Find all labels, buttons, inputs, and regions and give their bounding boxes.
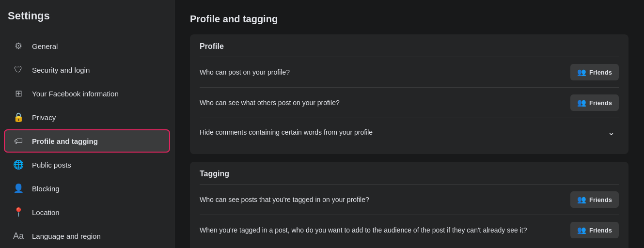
setting-row-see-tagged-posts: Who can see posts that you're tagged in … [200,184,619,215]
sidebar-item-security[interactable]: 🛡Security and login [4,58,170,81]
setting-label-see-tagged-posts: Who can see posts that you're tagged in … [200,196,570,203]
page-title: Profile and tagging [190,14,628,25]
setting-value-see-others-post: Friends [589,99,612,107]
friends-icon: 👥 [577,195,586,204]
sidebar-item-label: Public posts [32,161,71,169]
sidebar-title: Settings [0,10,174,30]
setting-button-post-on-profile[interactable]: 👥Friends [570,64,619,80]
public-posts-icon: 🌐 [12,158,25,171]
sidebar-item-general[interactable]: ⚙General [4,34,170,58]
sidebar-item-location[interactable]: 📍Location [4,201,170,224]
sidebar: Settings ⚙General🛡Security and login⊞You… [0,0,174,248]
sidebar-item-label: Language and region [32,232,101,240]
setting-label-tagged-audience: When you're tagged in a post, who do you… [200,226,570,234]
security-icon: 🛡 [12,63,25,77]
friends-icon: 👥 [577,68,586,77]
section-header-profile: Profile [200,42,619,51]
blocking-icon: 👤 [12,182,25,195]
sidebar-item-public-posts[interactable]: 🌐Public posts [4,153,170,176]
setting-value-see-tagged-posts: Friends [589,196,612,203]
sidebar-item-label: Security and login [32,66,90,74]
expand-button-hide-comments[interactable]: ⌄ [604,125,619,140]
location-icon: 📍 [12,205,25,219]
sidebar-item-profile-tagging[interactable]: 🏷Profile and tagging [4,129,170,153]
setting-label-hide-comments: Hide comments containing certain words f… [200,128,604,136]
main-content: Profile and tagging ProfileWho can post … [174,0,644,248]
language-icon: Aa [12,229,25,243]
sidebar-item-label: Privacy [32,113,56,122]
setting-button-tagged-audience[interactable]: 👥Friends [570,222,619,238]
section-tagging: TaggingWho can see posts that you're tag… [190,162,628,248]
sidebar-item-language[interactable]: AaLanguage and region [4,224,170,248]
privacy-icon: 🔒 [12,110,25,124]
section-header-tagging: Tagging [200,170,619,178]
section-profile: ProfileWho can post on your profile?👥Fri… [190,34,628,154]
general-icon: ⚙ [12,39,25,53]
setting-label-see-others-post: Who can see what others post on your pro… [200,99,570,107]
setting-button-see-others-post[interactable]: 👥Friends [570,94,619,111]
sidebar-item-label: Location [32,208,60,217]
setting-value-tagged-audience: Friends [589,227,612,234]
friends-icon: 👥 [577,226,586,234]
setting-button-see-tagged-posts[interactable]: 👥Friends [570,191,619,208]
sidebar-item-privacy[interactable]: 🔒Privacy [4,106,170,129]
sidebar-item-label: General [32,42,58,50]
friends-icon: 👥 [577,98,586,107]
setting-row-see-others-post: Who can see what others post on your pro… [200,87,619,118]
setting-row-hide-comments: Hide comments containing certain words f… [200,118,619,146]
setting-value-post-on-profile: Friends [589,69,612,76]
sidebar-item-label: Your Facebook information [32,90,119,98]
profile-tagging-icon: 🏷 [12,134,25,148]
sidebar-item-blocking[interactable]: 👤Blocking [4,177,170,200]
sidebar-item-label: Profile and tagging [32,137,98,145]
sidebar-item-facebook-info[interactable]: ⊞Your Facebook information [4,82,170,105]
setting-label-post-on-profile: Who can post on your profile? [200,68,570,76]
setting-row-tagged-audience: When you're tagged in a post, who do you… [200,215,619,245]
sidebar-item-label: Blocking [32,185,60,193]
facebook-info-icon: ⊞ [12,87,25,100]
setting-row-post-on-profile: Who can post on your profile?👥Friends [200,57,619,87]
